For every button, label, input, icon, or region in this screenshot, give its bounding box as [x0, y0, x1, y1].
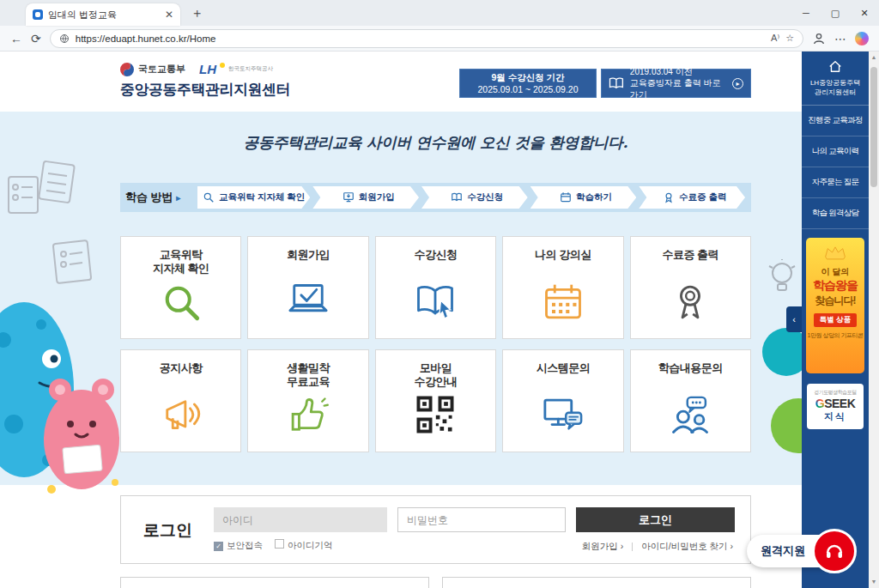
card-my-classroom[interactable]: 나의 강의실 [502, 236, 623, 339]
checkbox-icon[interactable] [275, 539, 284, 549]
window-close-button[interactable]: ✕ [850, 0, 879, 26]
book-cursor-icon [413, 280, 458, 324]
tab-title: 임대의 법정교육 [48, 9, 160, 21]
sidebar-home-label: LH중앙공동주택 관리지원센터 [804, 79, 866, 98]
login-title: 로그인 [143, 519, 192, 542]
back-icon[interactable]: ← [10, 32, 22, 45]
banner-line2: 학습왕을 [806, 278, 864, 294]
tab-close-icon[interactable]: ✕ [165, 9, 173, 21]
card-signup[interactable]: 회원가입 [247, 236, 368, 339]
scroll-down-icon[interactable]: ▼ [869, 576, 879, 588]
book-icon [451, 191, 463, 203]
remote-support-icon[interactable] [812, 529, 857, 573]
card-check-municipality[interactable]: 교육위탁 지자체 확인 [120, 236, 241, 339]
notice-print-line1: 2019.03.04 이전 [630, 67, 693, 76]
lh-subtitle: 한국토지주택공사 [228, 65, 273, 73]
sidebar-home[interactable]: LH중앙공동주택 관리지원센터 [802, 52, 869, 106]
banner-collapse-toggle[interactable]: ‹ [786, 306, 802, 332]
quick-menu-grid: 교육위탁 지자체 확인 회원가입 수강신청 나의 강의실 수료증 출력 공지사항 [120, 236, 751, 452]
scroll-up-icon[interactable]: ▲ [869, 52, 879, 64]
certificate-icon [668, 280, 712, 324]
sidebar-item-courses[interactable]: 진행중 교육과정 [802, 106, 869, 136]
refresh-icon[interactable]: ⟳ [31, 32, 41, 45]
card-title: 나의 강의실 [503, 248, 622, 276]
card-title: 수강신청 [376, 248, 495, 276]
card-title: 모바일 수강안내 [376, 361, 495, 390]
learning-steps-bar: 학습 방법 ▸ 교육위탁 지자체 확인 회원가입 수강신청 학습하기 수료증 출… [120, 183, 751, 212]
favorites-star-icon[interactable]: ☆ [785, 33, 794, 44]
card-free-education[interactable]: 생활밀착 무료교육 [247, 349, 368, 452]
ministry-logo: 국토교통부 [120, 63, 185, 76]
password-input[interactable] [397, 507, 566, 532]
step-check-municipality: 교육위탁 지자체 확인 [197, 186, 310, 209]
certificate-print-notice[interactable]: 2019.03.04 이전 교육증빙자료 출력 바로가기 ▸ [601, 69, 751, 98]
find-account-link[interactable]: 아이디/비밀번호 찾기 › [641, 541, 733, 553]
notice-period-dates: 2025.09.01 ~ 2025.09.20 [477, 84, 578, 95]
browser-tab[interactable]: 임대의 법정교육 ✕ [26, 3, 180, 26]
profile-icon[interactable] [812, 32, 826, 45]
home-icon [828, 60, 842, 73]
remember-id-checkbox[interactable]: 아이디기억 [275, 539, 333, 552]
site-logo-block[interactable]: 국토교통부 LH 한국토지주택공사 중앙공동주택관리지원센터 [120, 62, 290, 100]
bottom-panel-right [442, 577, 751, 588]
monitor-chat-icon [541, 393, 585, 438]
divider [632, 543, 633, 551]
sidebar-item-remote-counsel[interactable]: 학습 원격상담 [802, 198, 869, 229]
magnifier-icon [159, 280, 203, 324]
learning-king-banner[interactable]: 이 달의 학습왕을 찾습니다! 특별 상품 1만원 상당의 기프티콘 [806, 238, 864, 373]
login-panel: 로그인 로그인 ✓보안접속 아이디기억 회원가입 › 아이디/비밀번호 찾기 › [120, 495, 751, 564]
card-notices[interactable]: 공지사항 [120, 349, 241, 452]
gseek-small-text: 경기도평생학습포털 [809, 389, 862, 397]
scrollbar-thumb[interactable] [870, 67, 877, 187]
banner-subtext: 1만원 상당의 기프티콘 [806, 331, 864, 340]
qr-code-icon [414, 393, 457, 436]
url-text[interactable]: https://eduapt.hunet.co.kr/Home [76, 33, 765, 44]
bottom-panel-left [120, 577, 429, 588]
settings-more-icon[interactable]: ⋯ [834, 32, 846, 45]
banner-badge: 특별 상품 [814, 313, 857, 327]
card-content-inquiry[interactable]: 학습내용문의 [630, 349, 751, 452]
card-system-inquiry[interactable]: 시스템문의 [502, 349, 623, 452]
join-link[interactable]: 회원가입 › [582, 541, 623, 553]
sidebar-item-history[interactable]: 나의 교육이력 [802, 136, 869, 167]
card-mobile-guide[interactable]: 모바일 수강안내 [375, 349, 496, 452]
people-chat-icon [668, 393, 712, 438]
gseek-banner[interactable]: 경기도평생학습포털 GSEEK 지식 [807, 384, 864, 429]
window-maximize-button[interactable]: ▢ [821, 0, 850, 26]
notice-period-title: 9월 수강신청 기간 [491, 72, 564, 83]
card-title: 학습내용문의 [631, 361, 750, 390]
secure-connect-checkbox[interactable]: ✓보안접속 [214, 540, 263, 552]
open-book-icon [609, 76, 624, 90]
sidebar-item-faq[interactable]: 자주묻는 질문 [802, 167, 869, 198]
arrow-circle-icon: ▸ [732, 78, 743, 89]
site-info-icon[interactable] [59, 33, 70, 44]
lh-logo: LH 한국토지주택공사 [199, 62, 273, 76]
ministry-emblem-icon [120, 63, 134, 76]
step-print-certificate: 수료증 출력 [639, 186, 745, 209]
enrollment-period-notice[interactable]: 9월 수강신청 기간 2025.09.01 ~ 2025.09.20 [459, 69, 597, 98]
id-input[interactable] [214, 507, 387, 532]
card-title: 시스템문의 [503, 361, 622, 390]
card-title: 교육위탁 지자체 확인 [121, 248, 240, 276]
card-print-certificate[interactable]: 수료증 출력 [630, 236, 751, 339]
read-aloud-icon[interactable]: A⁾ [771, 33, 779, 44]
main-content: 국토교통부 LH 한국토지주택공사 중앙공동주택관리지원센터 9월 수강신청 기… [0, 52, 802, 588]
quick-sidebar: LH중앙공동주택 관리지원센터 진행중 교육과정 나의 교육이력 자주묻는 질문… [802, 52, 869, 588]
new-tab-button[interactable]: ＋ [191, 5, 203, 21]
step-learn: 학습하기 [530, 186, 637, 209]
magnifier-icon [203, 191, 215, 203]
step-enroll: 수강신청 [421, 186, 528, 209]
window-minimize-button[interactable]: ─ [791, 0, 821, 26]
remote-support-button[interactable]: 원격지원 [747, 535, 850, 567]
page: 국토교통부 LH 한국토지주택공사 중앙공동주택관리지원센터 9월 수강신청 기… [0, 52, 879, 588]
login-button[interactable]: 로그인 [576, 507, 735, 532]
card-enroll[interactable]: 수강신청 [375, 236, 496, 339]
page-scrollbar[interactable]: ▲ ▼ [869, 52, 879, 588]
notice-print-text: 2019.03.04 이전 교육증빙자료 출력 바로가기 [630, 66, 726, 101]
steps-arrow-icon: ▸ [176, 193, 180, 203]
url-bar[interactable]: https://eduapt.hunet.co.kr/Home A⁾ ☆ [50, 29, 803, 48]
calendar-icon [541, 280, 585, 324]
checkbox-checked-icon[interactable]: ✓ [214, 542, 223, 551]
gseek-sub: 지식 [809, 410, 862, 423]
copilot-icon[interactable] [855, 32, 869, 45]
